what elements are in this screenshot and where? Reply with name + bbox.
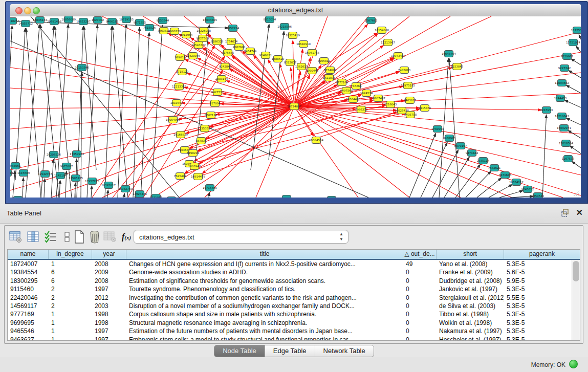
graph-node[interactable]: 18325419 <box>286 32 300 39</box>
graph-node[interactable]: 1112534 <box>571 27 581 34</box>
graph-node[interactable]: 12213967 <box>381 39 395 46</box>
graph-node[interactable]: 1145194 <box>54 172 67 179</box>
graph-node[interactable]: 9350541 <box>165 197 178 198</box>
new-table-icon[interactable] <box>72 230 86 244</box>
graph-node[interactable]: 12923446 <box>133 191 147 198</box>
resize-grip-icon[interactable] <box>573 190 580 196</box>
tab-edge-table[interactable]: Edge Table <box>265 345 315 357</box>
table-row[interactable]: 946554611997Estimation of the future num… <box>8 327 580 335</box>
graph-node[interactable]: 2803144 <box>215 76 228 82</box>
graph-node[interactable]: 7986372 <box>355 106 368 113</box>
tab-network-table[interactable]: Network Table <box>315 345 374 357</box>
graph-node[interactable]: 12213363 <box>172 83 186 90</box>
graph-node[interactable]: 16782759 <box>118 186 133 192</box>
vertical-scrollbar[interactable] <box>572 260 580 340</box>
column-header-title[interactable]: title <box>126 250 403 259</box>
graph-node[interactable]: 6734028 <box>324 67 337 74</box>
graph-node[interactable]: 14055712 <box>18 20 33 27</box>
graph-node[interactable]: 16033809 <box>203 17 217 24</box>
graph-node[interactable]: 16961758 <box>305 50 319 56</box>
column-header-year[interactable]: year <box>92 250 126 259</box>
graph-node[interactable]: 989012 <box>175 54 186 61</box>
graph-node[interactable]: 9777169 <box>336 79 349 86</box>
column-header-in_degree[interactable]: in_degree <box>49 250 92 259</box>
graph-node[interactable]: 985061 <box>10 163 21 169</box>
graph-node[interactable]: 7955812 <box>318 58 331 64</box>
network-canvas[interactable]: 2051825314055712160461342069140618856089… <box>10 16 581 198</box>
graph-node[interactable]: 3915911 <box>10 170 13 177</box>
graph-node[interactable]: 1810754 <box>170 100 183 106</box>
graph-node[interactable]: 12093582 <box>555 80 569 86</box>
graph-node[interactable]: 7485063 <box>398 67 411 74</box>
graph-node[interactable]: 10395817 <box>101 182 116 189</box>
graph-node[interactable]: 8938923 <box>443 135 456 142</box>
function-builder-icon[interactable]: f(x) <box>119 230 134 244</box>
graph-node[interactable]: 8471676 <box>499 172 512 179</box>
graph-node[interactable]: 7625402 <box>174 173 187 180</box>
network-select[interactable]: citations_edges.txt ▲▼ <box>134 230 349 244</box>
graph-node[interactable]: 19166829 <box>173 132 188 138</box>
graph-node[interactable]: 1167533 <box>562 156 575 162</box>
column-header-name[interactable]: name <box>8 250 49 259</box>
graph-node[interactable]: 20564486 <box>346 96 360 103</box>
float-panel-icon[interactable] <box>561 209 570 217</box>
delete-table-icon[interactable] <box>103 230 117 244</box>
show-columns-icon[interactable] <box>26 230 40 244</box>
graph-node[interactable]: 15751074 <box>566 39 580 46</box>
table-row[interactable]: 969969511998Structural magnetic resonanc… <box>8 319 580 327</box>
graph-node[interactable]: 10719155 <box>119 16 134 23</box>
graph-node[interactable]: 20691406 <box>47 18 61 25</box>
table-row[interactable]: 2242004622012Investigating the contribut… <box>8 294 580 302</box>
graph-node[interactable]: 8215953 <box>540 107 553 114</box>
graph-node[interactable]: 15692971 <box>557 125 571 132</box>
graph-node[interactable]: 9350542 <box>532 193 545 198</box>
select-all-rows-icon[interactable] <box>43 230 58 244</box>
table-mode-icon[interactable] <box>9 230 23 244</box>
graph-node[interactable]: 9329961 <box>561 53 574 60</box>
graph-node[interactable]: 8186328 <box>211 38 224 45</box>
graph-node[interactable]: 1527002 <box>92 17 104 24</box>
graph-node[interactable]: 7615526 <box>143 25 156 31</box>
delete-rows-icon[interactable] <box>88 230 102 244</box>
graph-node[interactable]: 8427552 <box>211 89 224 96</box>
graph-node[interactable]: 18856089 <box>61 16 76 23</box>
graph-node[interactable]: 2718120 <box>176 69 189 75</box>
graph-node[interactable]: 9466161 <box>106 18 119 25</box>
graph-node[interactable]: 5498222 <box>187 150 200 157</box>
close-panel-icon[interactable]: ✕ <box>576 208 583 217</box>
graph-node[interactable]: 9827508 <box>197 35 209 42</box>
graph-node[interactable]: 9463627 <box>404 97 417 104</box>
graph-node[interactable]: 887834 <box>196 138 207 144</box>
graph-node[interactable]: 1153845 <box>451 63 464 70</box>
network-window-titlebar[interactable]: citations_edges.txt <box>10 4 581 17</box>
graph-node[interactable]: 6497568 <box>340 87 353 94</box>
graph-node[interactable]: 18640910 <box>296 41 311 48</box>
graph-node[interactable]: 9253544 <box>157 17 169 24</box>
graph-node[interactable]: 9146821 <box>259 52 272 59</box>
graph-node[interactable]: 7857224 <box>227 25 239 32</box>
graph-node[interactable]: 9495758 <box>404 112 417 118</box>
table-row[interactable]: 911546021997Tourette syndrome. Phenomeno… <box>8 285 580 293</box>
graph-node[interactable]: 17957225 <box>85 178 99 185</box>
graph-node[interactable]: 19384554 <box>309 137 323 144</box>
table-row[interactable]: 1872400712008Changes of HCN gene express… <box>8 260 580 268</box>
graph-node[interactable]: 1990445 <box>306 68 319 74</box>
graph-node[interactable]: 9474444 <box>466 150 478 157</box>
graph-node[interactable]: 9227342 <box>558 65 571 72</box>
graph-node[interactable]: 12942737 <box>38 171 52 178</box>
graph-node[interactable]: 1115689 <box>17 170 30 177</box>
graph-node[interactable]: 1588520 <box>272 56 285 62</box>
graph-node[interactable]: 19054905 <box>166 117 180 123</box>
table-row[interactable]: 977716911998Corpus callosum shape and si… <box>8 310 580 318</box>
graph-node[interactable]: 8264509 <box>280 195 293 198</box>
tab-node-table[interactable]: Node Table <box>214 345 265 357</box>
graph-node[interactable]: 8912954 <box>180 32 193 38</box>
graph-node[interactable]: 12975185 <box>401 82 415 89</box>
graph-node[interactable]: 9245652 <box>521 186 534 193</box>
graph-node[interactable]: 16648764 <box>442 51 456 57</box>
graph-node[interactable]: 9960129 <box>168 28 181 35</box>
graph-node[interactable]: 10543382 <box>191 42 206 49</box>
graph-node[interactable]: 746266 <box>351 83 362 90</box>
graph-node[interactable]: 917004 <box>210 100 221 107</box>
column-header-out_de[interactable]: △ out_de... <box>403 250 437 259</box>
